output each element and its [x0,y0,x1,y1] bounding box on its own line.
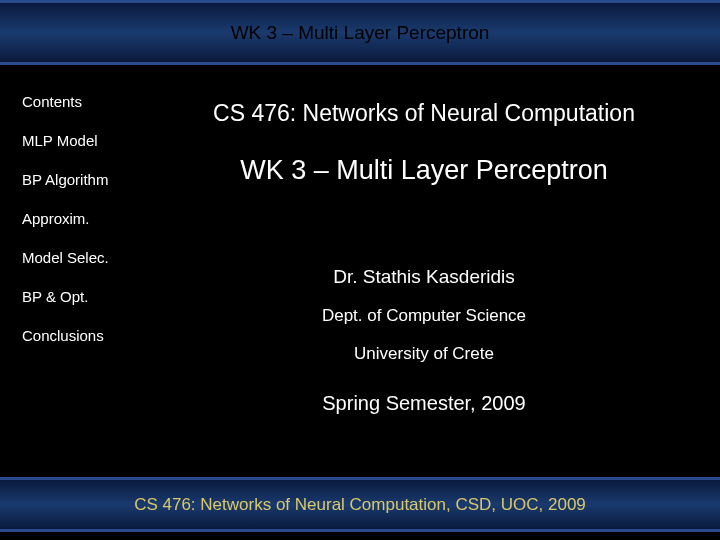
sidebar-item-mlp-model[interactable]: MLP Model [22,132,148,149]
university: University of Crete [148,344,700,364]
footer-band: CS 476: Networks of Neural Computation, … [0,477,720,532]
semester: Spring Semester, 2009 [148,392,700,415]
sidebar-item-bp-algorithm[interactable]: BP Algorithm [22,171,148,188]
header-title: WK 3 – Multi Layer Perceptron [231,22,490,44]
sidebar-item-conclusions[interactable]: Conclusions [22,327,148,344]
header-band: WK 3 – Multi Layer Perceptron [0,0,720,65]
department: Dept. of Computer Science [148,306,700,326]
sidebar-item-bp-opt[interactable]: BP & Opt. [22,288,148,305]
course-title: CS 476: Networks of Neural Computation [148,100,700,127]
sidebar-item-model-selec[interactable]: Model Selec. [22,249,148,266]
content-area: Contents MLP Model BP Algorithm Approxim… [0,65,720,475]
main-content: CS 476: Networks of Neural Computation W… [148,65,720,475]
footer-text: CS 476: Networks of Neural Computation, … [134,495,586,515]
sidebar-item-contents[interactable]: Contents [22,93,148,110]
sidebar-item-approxim[interactable]: Approxim. [22,210,148,227]
sidebar: Contents MLP Model BP Algorithm Approxim… [0,65,148,475]
author-name: Dr. Stathis Kasderidis [148,266,700,288]
week-title: WK 3 – Multi Layer Perceptron [148,155,700,186]
